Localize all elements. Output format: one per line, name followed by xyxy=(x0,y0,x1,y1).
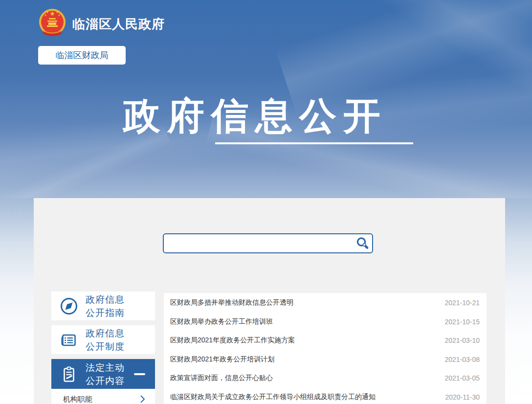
news-title-link[interactable]: 区财政局多措并举推动财政信息公开透明 xyxy=(170,298,293,307)
search-button[interactable] xyxy=(353,234,372,252)
news-date: 2021-03-08 xyxy=(444,356,480,363)
sidebar: 政府信息 公开指南 xyxy=(51,292,155,404)
wave-streak xyxy=(311,0,532,179)
content-card: 政府信息 公开指南 xyxy=(34,198,505,404)
news-item[interactable]: 区财政局举办政务公开工作培训班 2021-10-15 xyxy=(164,313,487,332)
wave-streak xyxy=(259,0,532,166)
collapse-minus-icon[interactable] xyxy=(134,373,145,375)
news-title-link[interactable]: 区财政局2021年度政务公开工作实施方案 xyxy=(170,336,295,345)
document-icon xyxy=(59,330,79,350)
sidebar-item-label: 政府信息 公开制度 xyxy=(86,327,125,353)
search-input[interactable] xyxy=(164,234,353,252)
chevron-right-icon xyxy=(140,395,145,403)
news-title-link[interactable]: 区财政局举办政务公开工作培训班 xyxy=(170,317,273,326)
site-title: 临淄区人民政府 xyxy=(72,16,165,33)
sidebar-item-disclosure-system[interactable]: 政府信息 公开制度 xyxy=(51,325,155,354)
compass-icon xyxy=(59,296,79,316)
news-item[interactable]: 区财政局2021年度政务公开工作实施方案 2021-03-10 xyxy=(164,331,487,350)
page: 临淄区人民政府 临淄区财政局 政府信息公开 xyxy=(0,0,532,404)
search-icon xyxy=(356,237,369,250)
news-date: 2021-03-10 xyxy=(444,337,480,344)
news-item[interactable]: 临淄区财政局关于成立政务公开工作领导小组组成及职责分工的通知 2020-11-3… xyxy=(164,388,487,404)
sidebar-item-statutory-disclosure[interactable]: 法定主动 公开内容 xyxy=(51,359,155,389)
clipboard-icon xyxy=(59,364,79,384)
title-underline-decor xyxy=(215,142,413,144)
news-item[interactable]: 区财政局多措并举推动财政信息公开透明 2021-10-21 xyxy=(164,293,487,313)
sidebar-item-disclosure-guide[interactable]: 政府信息 公开指南 xyxy=(51,292,155,320)
sidebar-subitem-org-functions[interactable]: 机构职能 xyxy=(51,389,155,404)
news-list: 区财政局多措并举推动财政信息公开透明 2021-10-21 区财政局举办政务公开… xyxy=(164,293,487,404)
news-date: 2021-10-21 xyxy=(444,299,480,307)
news-date: 2020-11-30 xyxy=(445,393,480,401)
national-emblem-icon xyxy=(37,7,67,39)
page-title: 政府信息公开 xyxy=(123,96,387,136)
news-date: 2021-10-15 xyxy=(444,318,480,326)
sidebar-item-label: 法定主动 公开内容 xyxy=(86,361,125,387)
news-title-link[interactable]: 政策宣讲面对面，信息公开心贴心 xyxy=(170,374,273,382)
news-item[interactable]: 区财政局2021年政务公开培训计划 2021-03-08 xyxy=(164,350,487,369)
news-date: 2021-03-05 xyxy=(444,374,480,382)
sidebar-subitem-label: 机构职能 xyxy=(63,395,92,404)
news-item[interactable]: 政策宣讲面对面，信息公开心贴心 2021-03-05 xyxy=(164,369,487,388)
search-bar xyxy=(163,233,373,253)
news-title-link[interactable]: 区财政局2021年政务公开培训计划 xyxy=(170,355,274,364)
department-badge[interactable]: 临淄区财政局 xyxy=(38,46,126,65)
sidebar-item-label: 政府信息 公开指南 xyxy=(86,293,125,319)
news-title-link[interactable]: 临淄区财政局关于成立政务公开工作领导小组组成及职责分工的通知 xyxy=(170,393,376,402)
